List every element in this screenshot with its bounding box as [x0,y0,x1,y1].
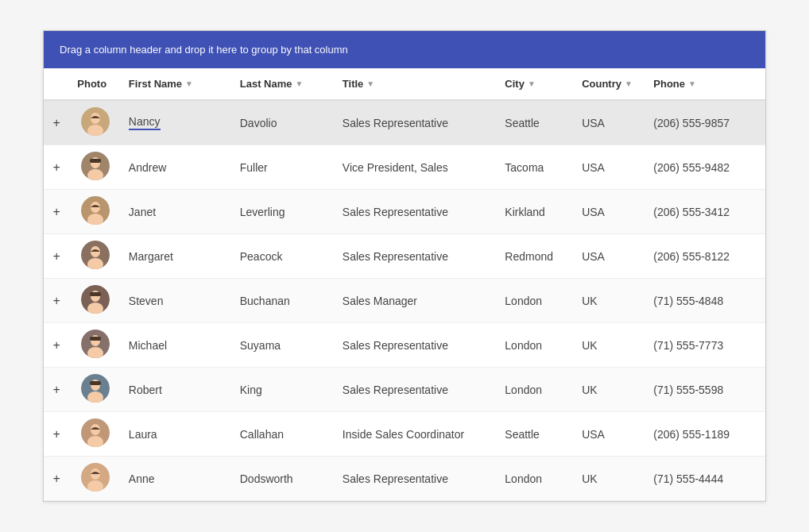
avatar [81,463,110,492]
firstname-cell: Nancy [121,100,232,145]
city-cell: Seattle [497,100,574,145]
lastname-filter-icon[interactable]: ▼ [295,79,303,88]
avatar [81,196,110,225]
table-row[interactable]: + Janet Leverling Sales Representative K… [44,190,765,234]
country-cell: UK [574,279,645,323]
table-row[interactable]: + Margaret Peacock Sales Representative … [44,234,765,279]
col-country-header[interactable]: Country ▼ [574,68,645,100]
title-cell: Sales Representative [335,323,497,368]
expand-cell[interactable]: + [44,145,69,190]
firstname-cell: Laura [121,412,232,457]
city-cell: Seattle [497,412,574,457]
firstname-cell: Anne [121,457,232,501]
svg-rect-6 [90,159,101,163]
city-filter-icon[interactable]: ▼ [528,79,536,88]
expand-cell[interactable]: + [44,368,69,412]
expand-cell[interactable]: + [44,412,69,457]
expand-cell[interactable]: + [44,279,69,323]
phone-cell: (206) 555-9482 [645,145,765,190]
phone-cell: (206) 555-3412 [645,190,765,234]
firstname-value: Janet [129,206,156,218]
table-row[interactable]: + Andrew Fuller Vice President, Sales Ta… [44,145,765,190]
title-cell: Vice President, Sales [335,145,497,190]
avatar [81,285,110,314]
table-row[interactable]: + Michael Suyama Sales Representative Lo… [44,323,765,368]
title-filter-icon[interactable]: ▼ [366,79,374,88]
avatar [81,418,110,447]
avatar [81,241,110,269]
firstname-cell: Margaret [121,234,232,279]
photo-cell [69,234,121,279]
phone-cell: (71) 555-4848 [645,279,765,323]
lastname-cell: King [232,368,335,412]
avatar [81,374,110,403]
firstname-value: Nancy [129,115,161,130]
expand-cell[interactable]: + [44,457,69,501]
phone-cell: (206) 555-9857 [645,100,765,145]
firstname-filter-icon[interactable]: ▼ [185,79,193,88]
title-cell: Sales Manager [335,279,497,323]
phone-cell: (71) 555-5598 [645,368,765,412]
city-cell: Tacoma [497,145,574,190]
lastname-cell: Buchanan [232,279,335,323]
lastname-header-label: Last Name [240,78,292,90]
country-cell: USA [574,100,645,145]
table-row[interactable]: + Robert King Sales Representative Londo… [44,368,765,412]
country-cell: UK [574,457,645,501]
city-cell: London [497,279,574,323]
firstname-value: Laura [129,428,157,441]
col-city-header[interactable]: City ▼ [497,68,574,100]
firstname-cell: Michael [121,323,232,368]
lastname-cell: Fuller [232,145,335,190]
country-cell: USA [574,190,645,234]
expand-cell[interactable]: + [44,323,69,368]
lastname-cell: Suyama [232,323,335,368]
group-header: Drag a column header and drop it here to… [44,31,765,68]
lastname-cell: Callahan [232,412,335,457]
country-cell: UK [574,368,645,412]
col-lastname-header[interactable]: Last Name ▼ [232,68,335,100]
expand-cell[interactable]: + [44,234,69,279]
col-firstname-header[interactable]: First Name ▼ [121,68,232,100]
firstname-value: Andrew [129,161,166,174]
firstname-cell: Steven [121,279,232,323]
svg-rect-24 [90,381,101,385]
lastname-cell: Davolio [232,100,335,145]
country-filter-icon[interactable]: ▼ [625,79,633,88]
firstname-value: Robert [129,384,162,396]
group-header-text: Drag a column header and drop it here to… [60,44,348,56]
col-title-header[interactable]: Title ▼ [335,68,497,100]
lastname-cell: Dodsworth [232,457,335,501]
photo-cell [69,412,121,457]
photo-cell [69,100,121,145]
lastname-cell: Leverling [232,190,335,234]
phone-filter-icon[interactable]: ▼ [688,79,696,88]
city-cell: London [497,457,574,501]
country-cell: USA [574,145,645,190]
city-cell: Redmond [497,234,574,279]
avatar [81,107,110,136]
country-cell: USA [574,412,645,457]
title-cell: Sales Representative [335,100,497,145]
grid-container: Drag a column header and drop it here to… [43,30,766,502]
table-row[interactable]: + Laura Callahan Inside Sales Coordinato… [44,412,765,457]
country-cell: USA [574,234,645,279]
table-row[interactable]: + Steven Buchanan Sales Manager London U… [44,279,765,323]
col-photo-header: Photo [69,68,121,100]
firstname-cell: Janet [121,190,232,234]
expand-cell[interactable]: + [44,190,69,234]
col-phone-header[interactable]: Phone ▼ [645,68,765,100]
table-row[interactable]: + Anne Dodsworth Sales Representative Lo… [44,457,765,501]
expand-cell[interactable]: + [44,100,69,145]
phone-header-label: Phone [653,78,685,90]
table-row[interactable]: + Nancy Davolio Sales Representative Sea… [44,100,765,145]
country-header-label: Country [582,78,621,90]
svg-rect-16 [90,292,101,296]
photo-cell [69,190,121,234]
firstname-value: Anne [129,472,155,485]
title-cell: Sales Representative [335,368,497,412]
firstname-cell: Robert [121,368,232,412]
phone-cell: (71) 555-7773 [645,323,765,368]
firstname-value: Margaret [129,250,173,263]
photo-cell [69,323,121,368]
